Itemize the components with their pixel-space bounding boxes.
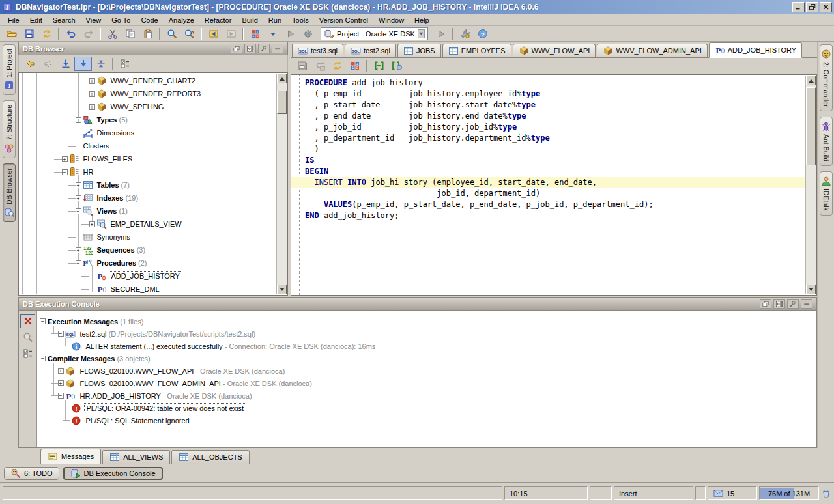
tree-item-wwv-render-report3[interactable]: +WWV_RENDER_REPORT3	[19, 87, 277, 100]
win-close-button[interactable]	[820, 2, 832, 12]
expand-toggle-icon[interactable]: +	[76, 117, 81, 123]
forward-button[interactable]	[222, 27, 240, 41]
nav-back-button[interactable]	[22, 57, 39, 71]
toolwindow-tab-1-project[interactable]: 1: ProjectJ	[3, 44, 16, 95]
compile-db-button[interactable]	[388, 59, 405, 73]
undo-button[interactable]	[62, 27, 79, 41]
collapse-toggle-icon[interactable]: −	[40, 356, 46, 361]
editor-scrollbar[interactable]	[805, 76, 816, 294]
editor-tab-jobs[interactable]: JOBS	[397, 44, 441, 57]
tree-item-tables[interactable]: +Tables (7)	[19, 178, 277, 191]
cut-button[interactable]	[104, 27, 121, 41]
scroll-thumb[interactable]	[806, 87, 816, 165]
tree-item-views[interactable]: −Views (1)	[19, 204, 277, 217]
db-tree-scrollbar[interactable]	[276, 74, 287, 294]
minimize-button[interactable]	[801, 299, 812, 309]
run-button[interactable]	[281, 27, 299, 41]
project-selector-combo[interactable]: Project - Oracle XE DSK (dancioca)	[321, 27, 428, 40]
win-restore-button[interactable]	[806, 2, 818, 12]
expand-toggle-icon[interactable]: +	[89, 78, 95, 84]
scroll-up-button[interactable]	[806, 76, 816, 85]
filter-button[interactable]	[116, 57, 134, 71]
copy-button[interactable]	[121, 27, 139, 41]
menu-go-to[interactable]: Go To	[106, 16, 136, 25]
tree-item-wwv-speling[interactable]: +WWV_SPELING	[19, 100, 277, 113]
menu-code[interactable]: Code	[136, 16, 163, 25]
garbage-collect-icon[interactable]	[821, 488, 831, 499]
help-button[interactable]: ?	[474, 27, 491, 41]
tree-item-synonyms[interactable]: Synonyms	[19, 231, 277, 244]
refresh-button[interactable]	[328, 59, 346, 73]
collapse-all-button[interactable]	[92, 57, 109, 71]
menu-tools[interactable]: Tools	[287, 16, 314, 25]
dock-button[interactable]	[244, 44, 256, 53]
filter-button[interactable]	[20, 346, 35, 361]
tree-item-emp-details-view[interactable]: +EMP_DETAILS_VIEW	[19, 217, 277, 231]
console-message-row[interactable]: −Compiler Messages (3 objetcs)	[38, 352, 816, 365]
redo-button[interactable]	[79, 27, 97, 41]
console-message-row[interactable]: iALTER statement (...) executed succesfu…	[38, 340, 816, 352]
nav-forward-button[interactable]	[39, 57, 57, 71]
dropdown-button[interactable]	[264, 27, 281, 41]
compile-button[interactable]	[370, 59, 388, 73]
console-message-row[interactable]: +FLOWS_020100.WWV_FLOW_ADMIN_API - Oracl…	[38, 377, 816, 389]
menu-file[interactable]: File	[3, 16, 25, 25]
tree-item-dimensions[interactable]: xDimensions	[19, 126, 277, 139]
wrench-button[interactable]	[456, 27, 474, 41]
minimize-button[interactable]	[272, 44, 283, 53]
collapse-toggle-icon[interactable]: −	[58, 393, 64, 399]
dock-button[interactable]	[773, 299, 785, 309]
collapse-toggle-icon[interactable]: −	[76, 208, 81, 214]
toolwindow-tab-idetalk[interactable]: IDEtalk	[820, 171, 833, 216]
editor-tab-add-job-history[interactable]: P()ADD_JOB_HISTORY	[709, 42, 802, 58]
code-editor[interactable]: PROCEDURE add_job_history ( p_emp_id job…	[291, 74, 817, 296]
expand-toggle-icon[interactable]: +	[58, 380, 64, 386]
toolwindow-tab-7-structure[interactable]: 7: Structure	[3, 100, 16, 158]
expand-toggle-icon[interactable]: +	[76, 182, 81, 188]
close-button[interactable]	[20, 314, 35, 328]
collapse-toggle-icon[interactable]: −	[40, 318, 46, 324]
debug-button[interactable]	[299, 27, 317, 41]
float-button[interactable]	[760, 299, 771, 309]
memory-indicator[interactable]: 76M of 131M	[759, 486, 819, 500]
expand-toggle-icon[interactable]: +	[76, 247, 81, 253]
console-message-row[interactable]: +FLOWS_020100.WWV_FLOW_API - Oracle XE D…	[38, 365, 816, 377]
notifications-cell[interactable]: 15	[708, 486, 757, 500]
console-message-row[interactable]: −P()HR.ADD_JOB_HISTORY - Oracle XE DSK (…	[38, 389, 816, 402]
back-button[interactable]	[205, 27, 222, 41]
tree-item-clusters[interactable]: Clusters	[19, 139, 277, 152]
tree-item-procedures[interactable]: −PP()Procedures (2)	[19, 257, 277, 270]
ddl-button[interactable]: 110	[346, 59, 364, 73]
run-small-button[interactable]	[432, 27, 450, 41]
find-replace-button[interactable]: A	[180, 27, 198, 41]
toolwindow-tab-2-commander[interactable]: 2: Commander	[820, 44, 833, 111]
expand-toggle-icon[interactable]: +	[58, 368, 64, 374]
project-combo-arrow[interactable]	[418, 29, 425, 38]
save-dis-button[interactable]	[293, 59, 311, 73]
rollback-dis-button[interactable]	[311, 59, 328, 73]
tree-item-add-job-history[interactable]: PADD_JOB_HISTORY	[19, 270, 277, 283]
scroll-thumb[interactable]	[277, 91, 287, 114]
console-tab-messages[interactable]: Messages	[40, 449, 101, 464]
collapse-toggle-icon[interactable]: −	[62, 169, 68, 175]
pin-button[interactable]	[258, 44, 270, 53]
pin-button[interactable]	[787, 299, 799, 309]
toolwindow-button-db-execution-console[interactable]: DB Execution Console	[63, 467, 163, 480]
console-message-row[interactable]: −SQLtest2.sql (D:/Projects/DBNavigatorTe…	[38, 328, 816, 340]
menu-edit[interactable]: Edit	[25, 16, 48, 25]
menu-refactor[interactable]: Refactor	[199, 16, 237, 25]
expand-toggle-icon[interactable]: +	[89, 91, 95, 97]
tree-item-hr[interactable]: −HR	[19, 165, 277, 178]
scroll-up-button[interactable]	[277, 74, 287, 83]
open-button[interactable]	[3, 27, 20, 41]
editor-tab-wwv-flow-api[interactable]: WWV_FLOW_API	[513, 44, 596, 57]
scroll-down-button[interactable]	[277, 285, 287, 294]
find-dis-button[interactable]	[20, 330, 35, 344]
editor-tab-test3-sql[interactable]: SQLtest3.sql	[292, 44, 343, 57]
float-button[interactable]	[231, 44, 242, 53]
ddl-button[interactable]: 110	[246, 27, 264, 41]
menu-run[interactable]: Run	[263, 16, 287, 25]
tree-item-secure-dml[interactable]: P()SECURE_DML	[19, 283, 277, 296]
tree-item-flows-files[interactable]: +FLOWS_FILES	[19, 152, 277, 165]
expand-toggle-icon[interactable]: +	[76, 195, 81, 201]
